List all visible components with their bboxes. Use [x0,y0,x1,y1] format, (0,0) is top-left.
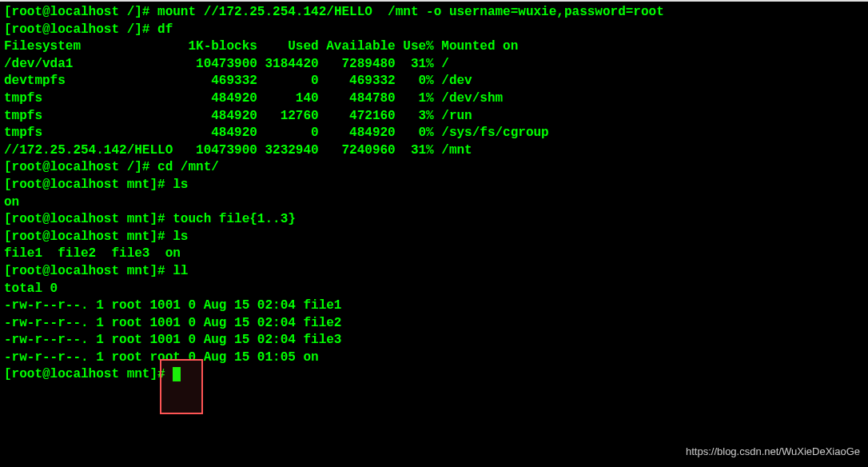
command-text: cd /mnt/ [149,160,218,174]
command-text [165,367,173,381]
df-row: tmpfs 484920 140 484780 1% /dev/shm [4,90,864,108]
command-text: df [149,22,173,37]
terminal-line: [root@localhost mnt]# ls [4,229,864,246]
df-row: /dev/vda1 10473900 3184420 7289480 31% / [4,56,864,74]
ll-row: -rw-r--r--. 1 root 1001 0 Aug 15 02:04 f… [4,315,864,333]
terminal-line: [root@localhost mnt]# ls [4,177,864,194]
terminal-line: [root@localhost /]# cd /mnt/ [4,159,864,177]
shell-prompt: [root@localhost mnt]# [4,178,165,192]
shell-prompt: [root@localhost mnt]# [4,230,165,244]
shell-prompt: [root@localhost mnt]# [4,264,165,278]
ls-output: on [4,194,864,212]
window-top-border [0,0,868,2]
terminal-content[interactable]: [root@localhost /]# mount //172.25.254.1… [4,4,864,384]
watermark-text: https://blog.csdn.net/WuXieDeXiaoGe [686,445,860,459]
shell-prompt: [root@localhost mnt]# [4,367,165,381]
ll-row: -rw-r--r--. 1 root 1001 0 Aug 15 02:04 f… [4,332,864,349]
df-row: tmpfs 484920 12760 472160 3% /run [4,108,864,126]
ll-total: total 0 [4,281,864,298]
terminal-line: [root@localhost mnt]# [4,366,864,384]
terminal-line: [root@localhost mnt]# touch file{1..3} [4,211,864,229]
ls-output: file1 file2 file3 on [4,245,864,263]
command-text: ll [165,264,189,278]
shell-prompt: [root@localhost mnt]# [4,212,165,226]
command-text: touch file{1..3} [165,212,296,226]
ll-row: -rw-r--r--. 1 root 1001 0 Aug 15 02:04 f… [4,297,864,315]
terminal-line: [root@localhost /]# df [4,22,864,39]
terminal-line: [root@localhost /]# mount //172.25.254.1… [4,4,864,22]
df-row: tmpfs 484920 0 484920 0% /sys/fs/cgroup [4,125,864,142]
terminal-cursor [173,367,181,381]
shell-prompt: [root@localhost /]# [4,22,149,37]
df-header: Filesystem 1K-blocks Used Available Use%… [4,38,864,56]
command-text: ls [165,230,189,244]
shell-prompt: [root@localhost /]# [4,160,149,174]
command-text: mount //172.25.254.142/HELLO /mnt -o use… [149,5,663,19]
df-row: //172.25.254.142/HELLO 10473900 3232940 … [4,142,864,160]
terminal-line: [root@localhost mnt]# ll [4,263,864,281]
shell-prompt: [root@localhost /]# [4,5,149,19]
ll-row: -rw-r--r--. 1 root root 0 Aug 15 01:05 o… [4,349,864,367]
df-row: devtmpfs 469332 0 469332 0% /dev [4,73,864,90]
command-text: ls [165,178,189,192]
